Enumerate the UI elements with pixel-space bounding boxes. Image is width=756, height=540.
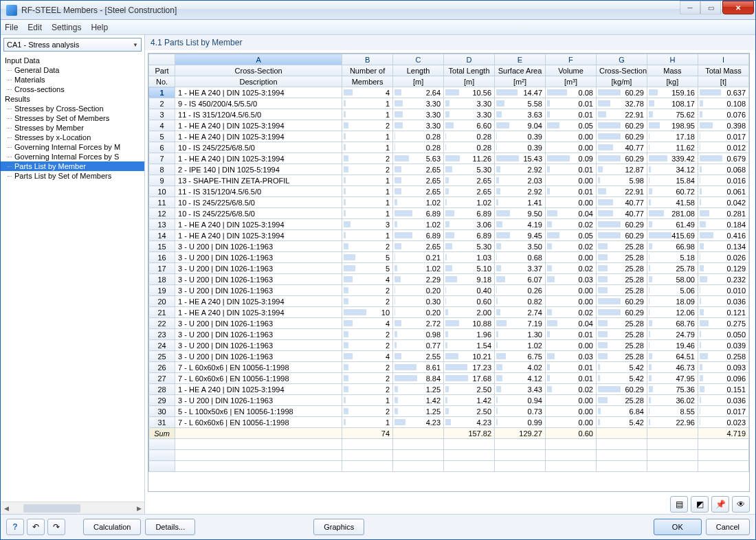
table-row[interactable]: 223 - U 200 | DIN 1026-1:196342.7210.887… xyxy=(149,318,749,329)
cell-desc[interactable]: 13 - SHAPE-THIN ZETA-PROFIL xyxy=(175,175,342,186)
cell[interactable]: 3.30 xyxy=(393,109,444,120)
cell[interactable]: 40.77 xyxy=(596,197,647,208)
cell[interactable]: 2 xyxy=(342,153,393,164)
cell-desc[interactable]: 3 - U 200 | DIN 1026-1:1963 xyxy=(175,340,342,351)
cell[interactable]: 46.73 xyxy=(647,362,698,373)
cell[interactable]: 9.45 xyxy=(495,230,546,241)
cell[interactable]: 4 xyxy=(342,87,393,98)
maximize-button[interactable]: ▭ xyxy=(700,1,721,14)
cell[interactable]: 5.06 xyxy=(647,285,698,296)
cell[interactable]: 3.30 xyxy=(393,120,444,131)
cell[interactable]: 2.65 xyxy=(393,241,444,252)
close-button[interactable]: ✕ xyxy=(722,1,754,14)
cell[interactable]: 5.42 xyxy=(596,362,647,373)
cell[interactable]: 9.50 xyxy=(495,208,546,219)
cell[interactable]: 60.72 xyxy=(647,186,698,197)
cell[interactable]: 0.73 xyxy=(495,406,546,417)
cell[interactable]: 0.28 xyxy=(444,142,495,153)
cell[interactable]: 7.19 xyxy=(495,318,546,329)
cell[interactable]: 0.28 xyxy=(393,142,444,153)
pick-icon[interactable] xyxy=(711,496,729,513)
cell[interactable]: 2 xyxy=(342,406,393,417)
cell[interactable]: 0.01 xyxy=(546,98,597,109)
table-row[interactable]: 233 - U 200 | DIN 1026-1:196320.981.961.… xyxy=(149,329,749,340)
table-row[interactable]: 281 - HE A 240 | DIN 1025-3:199421.252.5… xyxy=(149,384,749,395)
table-row[interactable]: 305 - L 100x50x6 | EN 10056-1:199821.252… xyxy=(149,406,749,417)
cell[interactable]: 47.95 xyxy=(647,373,698,384)
table-row[interactable]: 913 - SHAPE-THIN ZETA-PROFIL12.652.652.0… xyxy=(149,175,749,186)
cell[interactable]: 10.21 xyxy=(444,351,495,362)
table-row[interactable]: 183 - U 200 | DIN 1026-1:196342.299.186.… xyxy=(149,274,749,285)
cell[interactable]: 0.061 xyxy=(698,186,748,197)
cell[interactable]: 0.039 xyxy=(698,340,748,351)
cell[interactable]: 41.58 xyxy=(647,197,698,208)
cell[interactable]: 0.00 xyxy=(546,395,597,406)
cell[interactable]: 6.89 xyxy=(393,230,444,241)
cell-desc[interactable]: 1 - HE A 240 | DIN 1025-3:1994 xyxy=(175,120,342,131)
cell[interactable]: 0.21 xyxy=(393,252,444,263)
tree-input-data[interactable]: Input Data xyxy=(1,56,144,65)
cell[interactable]: 5.18 xyxy=(647,252,698,263)
cell[interactable]: 0.017 xyxy=(698,131,748,142)
prev-icon[interactable] xyxy=(27,519,45,535)
tree-item[interactable]: Stresses by x-Location xyxy=(1,133,144,142)
cell[interactable]: 1 xyxy=(342,197,393,208)
cell[interactable]: 0.275 xyxy=(698,318,748,329)
cell[interactable]: 6.84 xyxy=(596,406,647,417)
cell[interactable]: 8.55 xyxy=(647,406,698,417)
tree-item[interactable]: Stresses by Member xyxy=(1,123,144,133)
cell[interactable]: 0.00 xyxy=(546,131,597,142)
cell[interactable]: 0.77 xyxy=(393,340,444,351)
table-row[interactable]: 1110 - IS 245/225/6/8.5/011.021.021.410.… xyxy=(149,197,749,208)
cell[interactable]: 11.26 xyxy=(444,153,495,164)
cancel-button[interactable]: Cancel xyxy=(706,519,750,535)
cell[interactable]: 0.99 xyxy=(495,417,546,428)
table-row[interactable]: 243 - U 200 | DIN 1026-1:196320.771.541.… xyxy=(149,340,749,351)
cell[interactable]: 1.41 xyxy=(495,197,546,208)
cell[interactable]: 5 xyxy=(342,252,393,263)
cell[interactable]: 2.55 xyxy=(393,351,444,362)
cell[interactable]: 2 xyxy=(342,296,393,307)
cell[interactable]: 0.012 xyxy=(698,142,748,153)
cell[interactable]: 1.02 xyxy=(495,340,546,351)
cell[interactable]: 25.28 xyxy=(596,274,647,285)
table-row[interactable]: 193 - U 200 | DIN 1026-1:196320.200.400.… xyxy=(149,285,749,296)
menu-edit[interactable]: Edit xyxy=(27,23,42,32)
cell[interactable]: 0.30 xyxy=(393,296,444,307)
cell[interactable]: 5.58 xyxy=(495,98,546,109)
cell[interactable]: 3.06 xyxy=(444,219,495,230)
cell[interactable]: 1.02 xyxy=(444,197,495,208)
cell[interactable]: 6.07 xyxy=(495,274,546,285)
cell[interactable]: 12.87 xyxy=(596,164,647,175)
graphics-button[interactable]: Graphics xyxy=(313,519,364,535)
cell[interactable]: 11.62 xyxy=(647,142,698,153)
cell[interactable]: 2 xyxy=(342,362,393,373)
cell[interactable]: 58.00 xyxy=(647,274,698,285)
cell-desc[interactable]: 3 - U 200 | DIN 1026-1:1963 xyxy=(175,285,342,296)
cell[interactable]: 0.20 xyxy=(393,285,444,296)
cell-desc[interactable]: 3 - U 200 | DIN 1026-1:1963 xyxy=(175,395,342,406)
cell[interactable]: 3.50 xyxy=(495,241,546,252)
cell[interactable]: 0.076 xyxy=(698,109,748,120)
cell[interactable]: 2.64 xyxy=(393,87,444,98)
cell[interactable]: 0.00 xyxy=(546,197,597,208)
cell[interactable]: 2.74 xyxy=(495,307,546,318)
cell[interactable]: 0.04 xyxy=(546,208,597,219)
cell[interactable]: 0.20 xyxy=(393,307,444,318)
cell[interactable]: 0.050 xyxy=(698,329,748,340)
menu-help[interactable]: Help xyxy=(91,23,108,32)
table-row[interactable]: 131 - HE A 240 | DIN 1025-3:199431.023.0… xyxy=(149,219,749,230)
cell-desc[interactable]: 10 - IS 245/225/6/8.5/0 xyxy=(175,197,342,208)
cell-desc[interactable]: 11 - IS 315/120/4.5/6.5/0 xyxy=(175,109,342,120)
cell[interactable]: 6.89 xyxy=(393,208,444,219)
menu-settings[interactable]: Settings xyxy=(52,23,81,32)
cell[interactable]: 9.18 xyxy=(444,274,495,285)
tree-item[interactable]: Materials xyxy=(1,75,144,85)
cell[interactable]: 1.02 xyxy=(393,219,444,230)
cell[interactable]: 1.25 xyxy=(393,384,444,395)
cell[interactable]: 0.016 xyxy=(698,175,748,186)
cell[interactable]: 0.02 xyxy=(546,241,597,252)
cell[interactable]: 2 xyxy=(342,241,393,252)
cell[interactable]: 22.91 xyxy=(596,186,647,197)
cell[interactable]: 14.47 xyxy=(495,87,546,98)
